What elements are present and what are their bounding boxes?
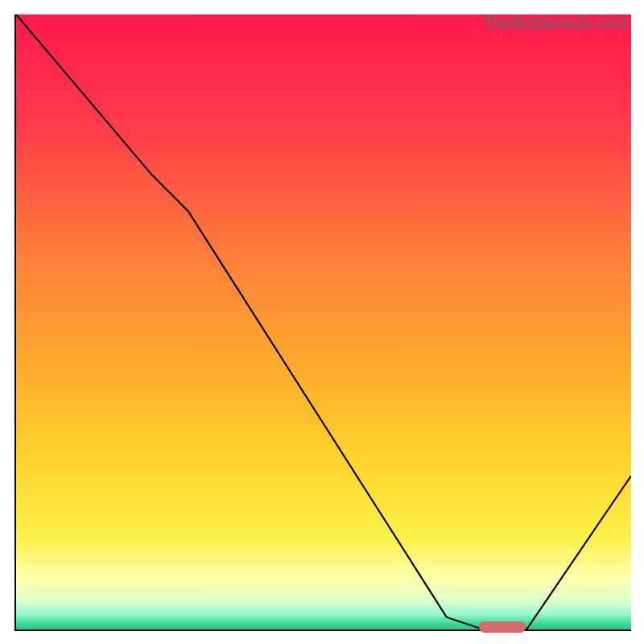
chart-plot-area: TheBottleneck.com	[14, 14, 631, 631]
bottleneck-curve	[16, 14, 631, 630]
watermark-text: TheBottleneck.com	[483, 13, 628, 34]
optimal-marker	[479, 621, 526, 633]
